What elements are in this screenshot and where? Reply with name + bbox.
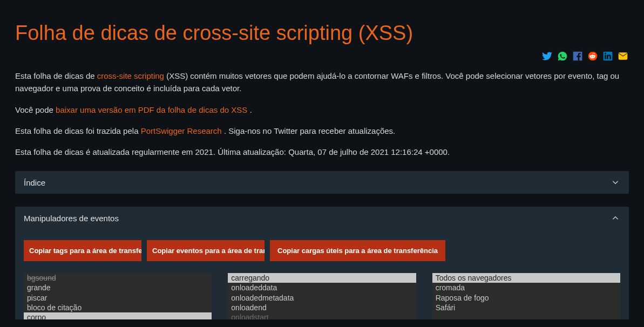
copy-buttons-row: Copiar tags para a área de transferência…: [24, 240, 620, 261]
list-item[interactable]: carregando: [228, 273, 416, 283]
list-item[interactable]: cromada: [432, 283, 620, 292]
index-panel: Índice: [15, 171, 629, 194]
intro-p1: Esta folha de dicas de cross-site script…: [15, 70, 629, 95]
events-listbox[interactable]: carregandoonloadeddataonloadedmetadataon…: [228, 273, 416, 319]
list-item[interactable]: Todos os navegadores: [432, 273, 620, 283]
intro-p4: Esta folha de dicas é atualizada regular…: [15, 146, 629, 158]
list-item[interactable]: Safári: [432, 303, 620, 312]
handlers-panel-header[interactable]: Manipuladores de eventos: [15, 207, 629, 229]
handlers-panel-title: Manipuladores de eventos: [24, 214, 119, 223]
chevron-down-icon: [611, 178, 620, 187]
list-item[interactable]: piscar: [24, 293, 212, 303]
tags-listbox[interactable]: bgsoundgrandepiscarbloco de citaçãocorpo: [24, 273, 212, 319]
xss-link[interactable]: cross-site scripting: [97, 71, 164, 80]
list-item[interactable]: bloco de citação: [24, 303, 212, 312]
whatsapp-icon[interactable]: [557, 50, 568, 62]
browsers-listbox[interactable]: Todos os navegadorescromadaRaposa de fog…: [432, 273, 620, 319]
list-item[interactable]: corpo: [24, 312, 212, 319]
page-title: Folha de dicas de cross-site scripting (…: [15, 0, 629, 50]
copy-tags-button[interactable]: Copiar tags para a área de transferência: [24, 240, 141, 261]
list-item[interactable]: onloadstart: [228, 312, 416, 319]
copy-events-button[interactable]: Copiar eventos para a área de transferên…: [147, 240, 265, 261]
research-link[interactable]: PortSwigger Research: [141, 126, 222, 135]
handlers-panel: Manipuladores de eventos Copiar tags par…: [15, 207, 629, 319]
pdf-link[interactable]: baixar uma versão em PDF da folha de dic…: [56, 105, 247, 114]
linkedin-icon[interactable]: [602, 50, 614, 62]
reddit-icon[interactable]: [587, 50, 599, 62]
intro-p3: Esta folha de dicas foi trazida pela Por…: [15, 125, 629, 137]
index-panel-header[interactable]: Índice: [15, 171, 629, 194]
list-item[interactable]: grande: [24, 283, 212, 292]
facebook-icon[interactable]: [572, 50, 584, 62]
list-item[interactable]: bgsound: [24, 273, 212, 283]
intro-p2: Você pode baixar uma versão em PDF da fo…: [15, 104, 629, 116]
list-item[interactable]: Raposa de fogo: [432, 293, 620, 303]
list-item[interactable]: onloadend: [228, 303, 416, 312]
share-row: [15, 50, 629, 70]
list-item[interactable]: onloadeddata: [228, 283, 416, 292]
email-icon[interactable]: [617, 50, 629, 62]
index-panel-title: Índice: [24, 178, 45, 187]
list-item[interactable]: onloadedmetadata: [228, 293, 416, 303]
chevron-up-icon: [611, 213, 620, 223]
twitter-icon[interactable]: [541, 50, 553, 62]
copy-payloads-button[interactable]: Copiar cargas úteis para a área de trans…: [270, 240, 445, 261]
